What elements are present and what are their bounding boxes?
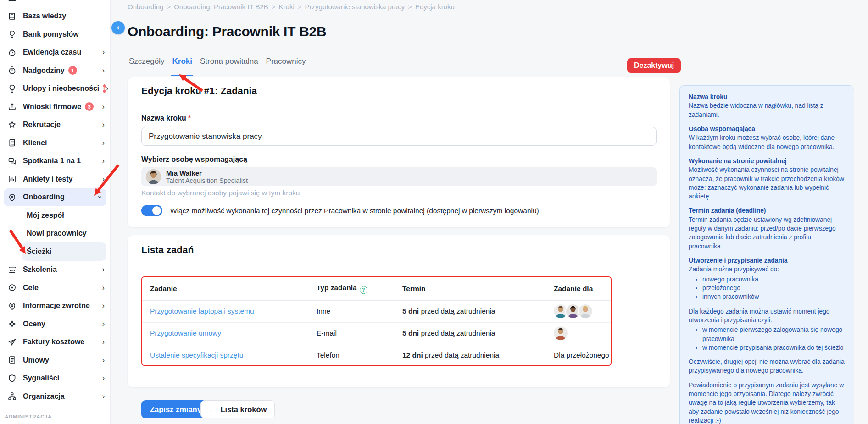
breadcrumb-item[interactable]: Onboarding (128, 3, 163, 11)
task-assignee-text: Dla przełożonego (554, 351, 609, 359)
paper-plane-icon (7, 337, 17, 347)
help-section: Osoba wspomagająca W każdym kroku możesz… (689, 125, 845, 151)
sidebar-item-label: Bank pomysłów (23, 30, 79, 39)
breadcrumb-item[interactable]: Przygotowanie stanowiska pracy (305, 3, 405, 11)
sidebar: Aktualności Baza wiedzy Bank pomysłów Ew… (0, 0, 111, 424)
document-icon (7, 355, 17, 365)
task-assignees (554, 304, 592, 318)
stopwatch-icon (7, 66, 17, 75)
chevron-right-icon (102, 320, 105, 328)
sidebar-item-label: Aktualności (23, 0, 65, 2)
notification-badge: 3 (85, 102, 94, 111)
chevron-right-icon (102, 139, 105, 147)
people-icon (7, 265, 17, 275)
sidebar-nav: Aktualności Baza wiedzy Bank pomysłów Ew… (0, 0, 110, 406)
sidebar-item-label: Nowi pracownicy (27, 229, 87, 237)
breadcrumb: Onboarding > Onboarding: Pracownik IT B2… (128, 3, 455, 11)
column-zadanie: Zadanie (150, 285, 177, 293)
news-icon (7, 0, 17, 3)
sidebar-item-cele[interactable]: Cele (0, 279, 110, 297)
task-link[interactable]: Przygotowanie laptopa i systemu (150, 307, 254, 315)
task-type: Telefon (317, 351, 339, 359)
sidebar-item-ankiety[interactable]: Ankiety i testy (0, 170, 110, 188)
sidebar-item-label: Wnioski firmowe (23, 103, 81, 111)
sidebar-item-ewidencja-czasu[interactable]: Ewidencja czasu (0, 44, 110, 62)
save-button[interactable]: Zapisz zmiany (141, 400, 210, 418)
sidebar-item-urlopy[interactable]: Urlopy i nieobecności 5 (0, 80, 110, 98)
breadcrumb-item[interactable]: Edycja kroku (415, 3, 455, 11)
breadcrumb-item[interactable]: Kroki (279, 3, 295, 11)
breadcrumb-item[interactable]: Onboarding: Pracownik IT B2B (174, 3, 268, 11)
sidebar-item-sygnalisci[interactable]: Sygnaliści (0, 369, 110, 388)
sidebar-item-baza-wiedzy[interactable]: Baza wiedzy (0, 7, 110, 26)
upload-tray-icon (7, 102, 17, 111)
notification-badge: 1 (68, 66, 77, 75)
sidebar-item-label: Informacje zwrotne (23, 302, 90, 310)
sidebar-item-organizacja[interactable]: Organizacja (0, 387, 110, 406)
assist-person-select[interactable]: Mia Walker Talent Acquisition Specialist (141, 167, 657, 186)
task-link[interactable]: Ustalenie specyfikacji sprzętu (150, 351, 243, 359)
assist-person-label: Wybierz osobę wspomagającą (141, 155, 247, 164)
task-list-heading: Lista zadań (141, 244, 194, 255)
deactivate-button[interactable]: Dezaktywuj (627, 58, 681, 73)
tab-szczegoly[interactable]: Szczegóły (128, 55, 165, 72)
task-list-card: Lista zadań Zadanie Typ zadania? Termin … (128, 235, 670, 387)
task-link[interactable]: Przygotowanie umowy (150, 329, 221, 337)
sidebar-item-oceny[interactable]: Oceny (0, 315, 110, 333)
sidebar-item-spotkania[interactable]: Spotkania 1 na 1 (0, 152, 110, 171)
chevron-right-icon (102, 284, 105, 292)
help-section: Wykonanie na stronie powitalnej Możliwoś… (689, 157, 845, 201)
help-section: Termin zadania (deadline) Termin zadania… (689, 206, 845, 251)
chevron-right-icon (102, 302, 105, 309)
sidebar-item-wnioski-firmowe[interactable]: Wnioski firmowe 3 (0, 98, 110, 116)
tab-strona-powitalna[interactable]: Strona powitalna (199, 55, 259, 72)
breadcrumb-separator: > (167, 3, 171, 11)
tab-kroki[interactable]: Kroki (171, 55, 193, 72)
sidebar-item-label: Mój zespół (27, 211, 64, 220)
sidebar-item-informacje-zwrotne[interactable]: Informacje zwrotne (0, 297, 110, 315)
sidebar-item-faktury[interactable]: Faktury kosztowe (0, 333, 110, 352)
back-to-steps-button[interactable]: ← Lista kroków (200, 400, 275, 418)
sidebar-item-label: Faktury kosztowe (23, 338, 84, 346)
tab-pracownicy[interactable]: Pracownicy (265, 55, 307, 72)
help-question-icon[interactable]: ? (360, 286, 367, 294)
book-icon (7, 11, 17, 21)
sidebar-item-label: Spotkania 1 na 1 (23, 157, 81, 165)
sidebar-item-label: Sygnaliści (23, 374, 59, 382)
avatar (554, 326, 568, 340)
sidebar-item-sciezki[interactable]: Ścieżki (22, 242, 106, 261)
sidebar-item-label: Umowy (23, 356, 49, 364)
breadcrumb-separator: > (408, 3, 412, 11)
sidebar-item-bank-pomyslow[interactable]: Bank pomysłów (0, 25, 110, 44)
sidebar-collapse-button[interactable]: ‹ (111, 21, 125, 34)
help-section: Oczywiście, drugiej opcji nie można wybr… (689, 358, 845, 375)
help-section: Nazwa kroku Nazwa będzie widoczna w nagł… (689, 93, 845, 119)
help-panel: Nazwa kroku Nazwa będzie widoczna w nagł… (679, 85, 854, 424)
sidebar-item-umowy[interactable]: Umowy (0, 351, 110, 369)
sidebar-item-rekrutacje[interactable]: Rekrutacje (0, 116, 110, 134)
sidebar-item-nowi-pracownicy[interactable]: Nowi pracownicy (0, 225, 110, 243)
balloon-icon (7, 84, 17, 94)
sidebar-item-klienci[interactable]: Klienci (0, 134, 110, 152)
chevron-right-icon (102, 176, 105, 183)
chevron-right-icon (102, 103, 105, 110)
location-pin-icon (7, 301, 17, 311)
sidebar-item-label: Ewidencja czasu (23, 48, 81, 56)
avatar (146, 169, 161, 184)
sidebar-item-nadgodziny[interactable]: Nadgodziny 1 (0, 61, 110, 80)
chevron-left-icon: ‹ (117, 23, 120, 32)
lightbulb-icon (7, 29, 17, 39)
chevron-right-icon (102, 357, 105, 364)
org-chart-icon (7, 391, 17, 401)
welcome-page-toggle[interactable] (141, 205, 162, 216)
sidebar-item-aktualnosci[interactable]: Aktualności (0, 0, 110, 7)
sidebar-item-moj-zespol[interactable]: Mój zespół (0, 206, 110, 225)
task-type: Inne (317, 307, 330, 315)
required-asterisk: * (188, 114, 191, 122)
sidebar-item-label: Klienci (23, 139, 47, 147)
chevron-right-icon (106, 85, 108, 92)
bar-chart-icon (7, 174, 17, 184)
sidebar-item-szkolenia[interactable]: Szkolenia (0, 261, 110, 279)
step-name-input[interactable] (141, 127, 657, 146)
sidebar-item-onboarding[interactable]: Onboarding (4, 188, 106, 207)
